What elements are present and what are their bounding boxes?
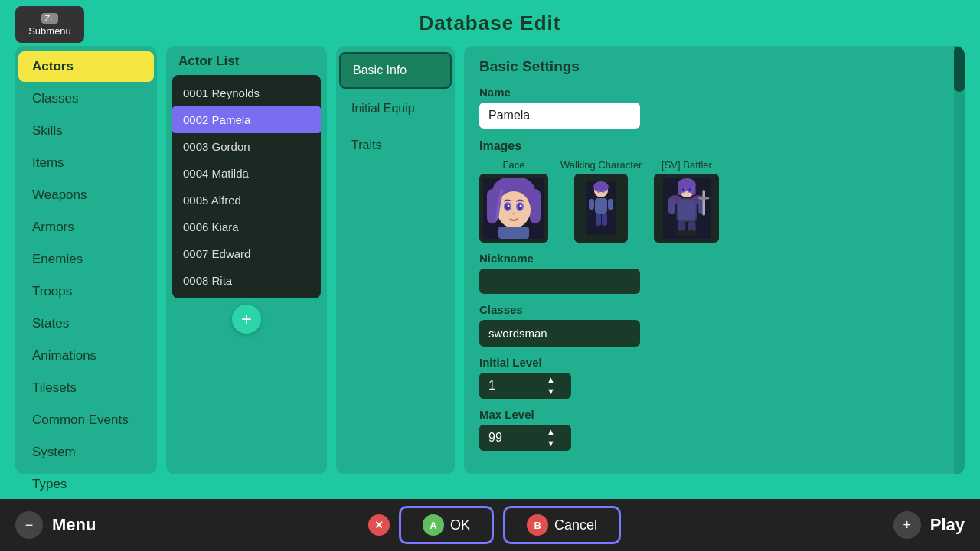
settings-title: Basic Settings (479, 58, 949, 75)
actor-list-box: 0001 Reynolds0002 Pamela0003 Gordon0004 … (172, 75, 321, 298)
ok-button[interactable]: A OK (399, 506, 494, 544)
svg-rect-39 (698, 197, 709, 200)
submenu-badge: ZL (41, 13, 59, 24)
bottom-bar: − Menu ✕ A OK B Cancel + Play (0, 499, 980, 551)
max-level-up[interactable]: ▲ (541, 426, 560, 438)
svg-point-11 (512, 213, 515, 215)
category-item-classes[interactable]: Classes (18, 83, 154, 114)
actor-item-0003[interactable]: 0003 Gordon (172, 133, 321, 160)
max-level-input[interactable] (479, 425, 541, 451)
x-icon: ✕ (368, 514, 390, 536)
category-item-types[interactable]: Types (18, 469, 154, 500)
svg-rect-42 (677, 230, 686, 236)
classes-input[interactable] (479, 320, 640, 347)
name-input[interactable] (479, 103, 640, 129)
actor-item-0001[interactable]: 0001 Reynolds (172, 80, 321, 106)
actor-item-0005[interactable]: 0005 Alfred (172, 187, 321, 214)
svg-rect-19 (596, 214, 601, 226)
actor-item-0004[interactable]: 0004 Matilda (172, 160, 321, 187)
play-button[interactable]: + Play (893, 511, 965, 539)
page-title: Database Edit (420, 11, 561, 35)
category-item-states[interactable]: States (18, 308, 154, 339)
max-level-spinner: ▲ ▼ (479, 425, 571, 451)
images-row: Face (479, 159, 949, 243)
max-level-down[interactable]: ▼ (541, 438, 560, 449)
svg-point-9 (508, 205, 510, 207)
scrollbar-thumb[interactable] (954, 46, 965, 92)
b-icon: B (527, 514, 548, 536)
submenu-label: Submenu (28, 25, 71, 37)
max-level-buttons: ▲ ▼ (541, 426, 560, 449)
cancel-button[interactable]: B Cancel (503, 506, 621, 544)
tab-basic_info[interactable]: Basic Info (339, 52, 452, 89)
svg-point-22 (602, 190, 605, 193)
battler-label: [SV] Battler (662, 159, 712, 171)
battler-image[interactable] (654, 174, 719, 243)
svg-point-15 (593, 181, 609, 192)
category-item-system[interactable]: System (18, 437, 154, 468)
menu-icon: − (15, 511, 43, 539)
svg-point-34 (681, 187, 684, 191)
actor-item-0007[interactable]: 0007 Edward (172, 240, 321, 267)
svg-rect-17 (589, 199, 594, 210)
actor-list-panel: Actor List 0001 Reynolds0002 Pamela0003 … (166, 46, 327, 474)
category-panel: ActorsClassesSkillsItemsWeaponsArmorsEne… (15, 46, 157, 474)
tab-traits[interactable]: Traits (339, 129, 452, 162)
actor-item-0008[interactable]: 0008 Rita (172, 267, 321, 294)
ok-label: OK (450, 517, 470, 533)
svg-rect-20 (602, 214, 607, 226)
menu-button[interactable]: − Menu (15, 511, 96, 539)
svg-rect-43 (687, 230, 696, 236)
classes-section: Classes | (479, 303, 949, 347)
settings-panel: Basic Settings Name Images Face (464, 46, 965, 474)
category-item-tilesets[interactable]: Tilesets (18, 373, 154, 403)
initial-level-section: Initial Level ▲ ▼ (479, 356, 949, 399)
category-item-armors[interactable]: Armors (18, 212, 154, 243)
actor-item-0006[interactable]: 0006 Kiara (172, 214, 321, 240)
scrollbar[interactable] (954, 46, 965, 474)
initial-level-label: Initial Level (479, 356, 949, 369)
face-image[interactable] (479, 174, 548, 243)
category-item-troops[interactable]: Troops (18, 276, 154, 307)
initial-level-down[interactable]: ▼ (541, 386, 560, 397)
svg-point-10 (520, 205, 522, 207)
svg-rect-12 (498, 227, 529, 239)
category-item-animations[interactable]: Animations (18, 341, 154, 371)
classes-input-wrap[interactable]: | (479, 320, 640, 347)
category-item-actors[interactable]: Actors (18, 51, 154, 82)
name-label: Name (479, 86, 949, 99)
category-item-weapons[interactable]: Weapons (18, 180, 154, 210)
category-item-skills[interactable]: Skills (18, 116, 154, 146)
nickname-label: Nickname (479, 252, 949, 265)
nickname-section: Nickname (479, 252, 949, 294)
category-item-items[interactable]: Items (18, 148, 154, 178)
initial-level-up[interactable]: ▲ (541, 374, 560, 386)
tab-panel: Basic InfoInitial EquipTraits (336, 46, 455, 474)
initial-level-input[interactable] (479, 373, 541, 399)
submenu-button[interactable]: ZL Submenu (15, 6, 84, 43)
walk-label: Walking Character (560, 159, 642, 171)
svg-rect-36 (668, 199, 675, 214)
a-icon: A (423, 514, 444, 536)
actor-list-title: Actor List (172, 54, 321, 75)
images-label: Images (479, 139, 949, 153)
classes-label: Classes (479, 303, 949, 316)
battler-image-box: [SV] Battler (654, 159, 719, 243)
initial-level-buttons: ▲ ▼ (541, 374, 560, 397)
nickname-input[interactable] (479, 269, 640, 294)
max-level-label: Max Level (479, 408, 949, 421)
svg-rect-3 (530, 189, 541, 223)
category-item-common_events[interactable]: Common Events (18, 405, 154, 435)
cancel-label: Cancel (554, 517, 597, 533)
walk-image[interactable] (574, 174, 628, 243)
tab-initial_equip[interactable]: Initial Equip (339, 92, 452, 126)
play-label: Play (930, 515, 965, 535)
svg-rect-38 (702, 190, 705, 216)
play-icon: + (893, 511, 921, 539)
actor-item-0002[interactable]: 0002 Pamela (172, 106, 321, 133)
add-actor-button[interactable]: + (232, 305, 261, 334)
walk-image-box: Walking Character (560, 159, 642, 243)
face-label: Face (503, 159, 525, 171)
category-item-enemies[interactable]: Enemies (18, 244, 154, 275)
face-image-box: Face (479, 159, 548, 243)
